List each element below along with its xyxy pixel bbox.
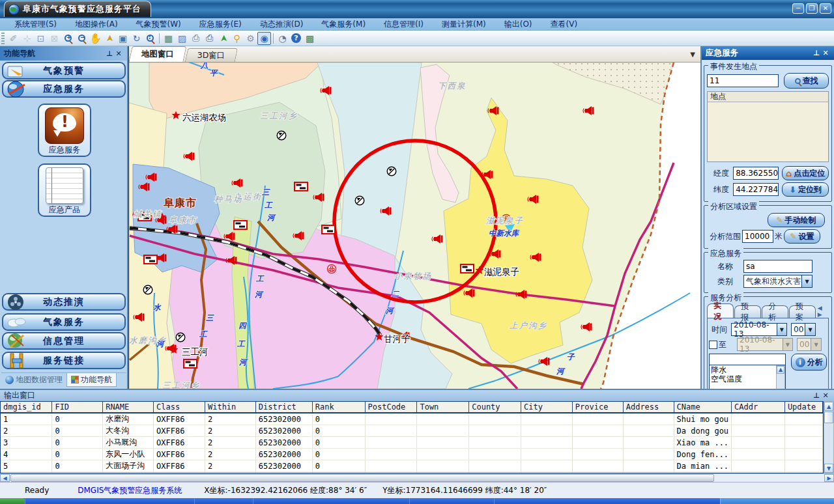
windows-taskbar[interactable] bbox=[0, 498, 834, 504]
date-select-2[interactable]: 2010-08-13▼ bbox=[737, 338, 793, 351]
identify-icon[interactable]: : bbox=[143, 32, 157, 45]
menu-item-6[interactable]: 信息管理(I) bbox=[375, 19, 433, 30]
element-list-scrollbar[interactable]: ▲ bbox=[776, 365, 785, 392]
menu-item-5[interactable]: 气象服务(M) bbox=[312, 19, 375, 30]
click-locate-button[interactable]: ⌂ 点击定位 bbox=[782, 166, 829, 180]
scroll-down-icon[interactable]: ▼ bbox=[824, 464, 833, 473]
tab-analysis[interactable]: 分析 bbox=[762, 305, 788, 318]
column-header-District[interactable]: District bbox=[255, 402, 312, 413]
column-header-Within[interactable]: Within bbox=[205, 402, 255, 413]
name-input[interactable]: sa bbox=[743, 260, 812, 273]
scroll-right-icon[interactable]: ▶ bbox=[824, 474, 834, 482]
column-header-Town[interactable]: Town bbox=[417, 402, 469, 413]
globe-active-icon[interactable]: ◉ bbox=[257, 32, 271, 45]
pin-icon[interactable]: ⚲ bbox=[230, 32, 244, 45]
menu-item-8[interactable]: 输出(O) bbox=[495, 19, 541, 30]
tab-map-window[interactable]: 地图窗口 bbox=[128, 46, 186, 62]
type-select[interactable]: 气象和洪水灾害 ▼ bbox=[743, 275, 812, 288]
close-button[interactable]: ✕ bbox=[820, 3, 831, 14]
restore-button[interactable]: ❐ bbox=[806, 3, 818, 14]
table-row[interactable]: 10水磨沟OXFF8626523020000Shui mo gou bbox=[1, 413, 823, 425]
pin-icon[interactable]: ⊥ bbox=[812, 49, 821, 57]
search-button[interactable]: 查找 bbox=[784, 73, 829, 89]
menu-item-7[interactable]: 测量计算(M) bbox=[433, 19, 495, 30]
column-header-Class[interactable]: Class bbox=[154, 402, 205, 413]
menu-item-9[interactable]: 查看(V) bbox=[541, 19, 587, 30]
scroll-left-icon[interactable]: ◀ bbox=[0, 474, 10, 482]
image-export-icon[interactable]: ▨ bbox=[175, 32, 189, 45]
nav-bar-weather-warning[interactable]: 气象预警 bbox=[2, 62, 126, 79]
column-header-PostCode[interactable]: PostCode bbox=[365, 402, 417, 413]
minimize-button[interactable]: ─ bbox=[792, 3, 804, 14]
pointer-green-icon[interactable]: ➤ bbox=[216, 32, 230, 45]
table-row[interactable]: 60城关OXFF8526523020000Cheng guan bbox=[1, 472, 823, 474]
menu-item-4[interactable]: 动态推演(D) bbox=[251, 19, 313, 30]
pin-icon[interactable]: ⊥ bbox=[812, 391, 821, 400]
select-faded-icon[interactable]: ⊹ bbox=[20, 32, 34, 45]
column-header-City[interactable]: City bbox=[521, 402, 573, 413]
table-row[interactable]: 50大面场子沟OXFF8626523020000Da mian ... bbox=[1, 460, 823, 472]
element-filter-box[interactable] bbox=[709, 354, 786, 365]
menu-item-1[interactable]: 地图操作(A) bbox=[66, 19, 127, 30]
to-checkbox[interactable] bbox=[709, 341, 717, 349]
lon-input[interactable]: 88.3625506 bbox=[733, 167, 779, 180]
column-header-Update[interactable]: Update bbox=[784, 402, 822, 413]
column-header-Address[interactable]: Address bbox=[623, 402, 674, 413]
tab-map-data-management[interactable]: 地图数据管理 bbox=[1, 373, 66, 387]
event-location-input[interactable]: 11 bbox=[707, 74, 779, 87]
measure-icon[interactable]: ✐ bbox=[7, 32, 20, 45]
nav-bar-service-links[interactable]: 服务链接 bbox=[2, 352, 126, 369]
tab-list-dropdown-icon[interactable]: ▼ bbox=[690, 51, 695, 58]
pin-icon[interactable]: ⊥ bbox=[105, 49, 114, 58]
place-list[interactable] bbox=[707, 102, 829, 162]
pointer-icon[interactable]: ➤ bbox=[102, 32, 116, 45]
column-header-CName[interactable]: CName bbox=[674, 402, 731, 413]
hour-select-2[interactable]: 00▼ bbox=[797, 338, 822, 351]
dropdown-arrow-icon[interactable]: ▼ bbox=[801, 275, 812, 287]
select-box-icon[interactable]: ⊡ bbox=[34, 32, 48, 45]
element-item[interactable]: 降水 bbox=[710, 365, 776, 374]
nav-bar-info-management[interactable]: 信息管理 bbox=[2, 332, 126, 350]
tab-3d-window[interactable]: 3D窗口 bbox=[185, 48, 238, 62]
table-vscrollbar[interactable]: ▲ ▼ bbox=[824, 401, 834, 473]
nav-bar-emergency-service[interactable]: 应急服务 bbox=[2, 80, 126, 98]
select-lasso-icon[interactable]: ⊠ bbox=[48, 32, 61, 45]
map-canvas[interactable]: 六运湖农场三工河乡下西泉九运街阜康市城关镇阜康市种马场滋泥泉子滋泥泉子中新水库上… bbox=[129, 63, 700, 389]
zoom-out-icon[interactable]: − bbox=[75, 32, 89, 45]
map-export-icon[interactable]: ▦ bbox=[162, 32, 175, 45]
close-icon[interactable]: ✕ bbox=[821, 49, 830, 57]
print-icon[interactable]: ⎙ bbox=[189, 32, 203, 45]
help-icon[interactable]: ? bbox=[289, 32, 303, 45]
tab-forecast[interactable]: 预报 bbox=[734, 305, 761, 318]
full-extent-icon[interactable]: ▣ bbox=[116, 32, 130, 45]
lat-input[interactable]: 44.2277844 bbox=[733, 183, 779, 196]
emergency-service-shortcut[interactable]: ! 应急服务 bbox=[38, 104, 91, 157]
close-icon[interactable]: ✕ bbox=[114, 49, 123, 58]
hour-select[interactable]: 00▼ bbox=[791, 323, 816, 336]
nav-bar-weather-service[interactable]: 气象服务 bbox=[2, 313, 126, 331]
date-select[interactable]: 2010-08-13▼ bbox=[731, 323, 787, 336]
table-hscrollbar[interactable]: ◀ ▶ bbox=[0, 473, 834, 482]
column-header-FID[interactable]: FID bbox=[52, 402, 103, 413]
menu-item-0[interactable]: 系统管理(S) bbox=[5, 19, 66, 30]
tab-plan[interactable]: 预案 bbox=[789, 305, 816, 318]
column-header-CAddr[interactable]: CAddr bbox=[732, 402, 785, 413]
element-item[interactable]: 空气温度 bbox=[710, 374, 776, 384]
menu-item-3[interactable]: 应急服务(E) bbox=[190, 19, 251, 30]
column-header-Rank[interactable]: Rank bbox=[312, 402, 365, 413]
locate-to-button[interactable]: ⬇ 定位到 bbox=[782, 182, 829, 197]
analyze-button[interactable]: i 分析 bbox=[791, 354, 827, 371]
close-icon[interactable]: ✕ bbox=[821, 391, 830, 400]
pan-hand-icon[interactable]: ✋ bbox=[89, 32, 102, 45]
picture-icon[interactable]: ▩ bbox=[303, 32, 317, 45]
refresh-icon[interactable]: ↻ bbox=[130, 32, 143, 45]
scroll-up-icon[interactable]: ▲ bbox=[824, 402, 833, 411]
print-color-icon[interactable]: ⎙ bbox=[203, 32, 216, 45]
table-row[interactable]: 20大冬沟OXFF8626523020000Da dong gou bbox=[1, 425, 823, 437]
zoom-in-icon[interactable]: + bbox=[61, 32, 75, 45]
column-header-County[interactable]: County bbox=[469, 402, 521, 413]
start-button[interactable] bbox=[0, 498, 25, 504]
range-input[interactable]: 10000 bbox=[742, 230, 773, 243]
element-list[interactable]: 降水空气温度 bbox=[710, 365, 776, 392]
column-header-RNAME[interactable]: RNAME bbox=[103, 402, 154, 413]
